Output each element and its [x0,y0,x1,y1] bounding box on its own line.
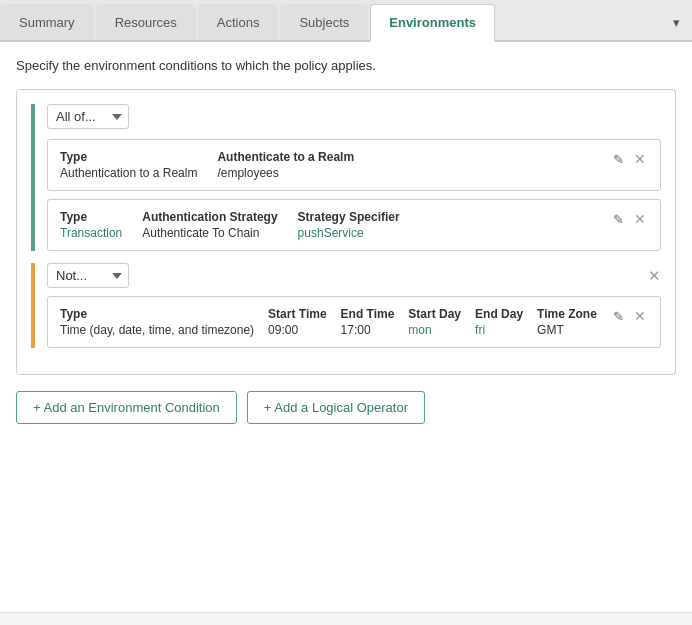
time-start-value: 09:00 [268,323,326,337]
card-2-specifier-group: Strategy Specifier pushService [298,210,400,240]
time-end-label: End Time [341,307,395,321]
footer-bar: Save Changes [0,612,692,625]
card-1-type-value: Authentication to a Realm [60,166,197,180]
time-end-value: 17:00 [341,323,395,337]
time-type-label: Type [60,307,254,321]
card-1-auth-value: /employees [217,166,354,180]
time-start-group: Start Time 09:00 [268,307,326,337]
bottom-buttons: + Add an Environment Condition + Add a L… [16,391,676,424]
time-row: Type Time (day, date, time, and timezone… [60,307,648,337]
time-tz-group: Time Zone GMT [537,307,597,337]
card-1-type-label: Type [60,150,197,164]
card-2-actions: ✎ ✕ [611,210,648,228]
tab-dropdown-icon[interactable]: ▾ [661,5,692,40]
time-type-group: Type Time (day, date, time, and timezone… [60,307,254,337]
operator-select-1[interactable]: All of... Any of... Not... [47,104,129,129]
time-startday-group: Start Day mon [408,307,461,337]
time-condition-card: Type Time (day, date, time, and timezone… [47,296,661,348]
time-card-edit-button[interactable]: ✎ [611,308,626,325]
add-operator-button[interactable]: + Add a Logical Operator [247,391,425,424]
card-2-strategy-value: Authenticate To Chain [142,226,277,240]
condition-group-2: Not... All of... Any of... ✕ Type Time (… [31,263,661,348]
time-start-label: Start Time [268,307,326,321]
card-1-auth-label: Authenticate to a Realm [217,150,354,164]
time-tz-value: GMT [537,323,597,337]
operator-row-1: All of... Any of... Not... [47,104,661,129]
card-2-type-label: Type [60,210,122,224]
time-end-group: End Time 17:00 [341,307,395,337]
group-2-header: Not... All of... Any of... ✕ [47,263,661,288]
card-2-strategy-label: Authentication Strategy [142,210,277,224]
card-2-header: Type Transaction Authentication Strategy… [60,210,648,240]
condition-card-2: Type Transaction Authentication Strategy… [47,199,661,251]
card-2-type-value: Transaction [60,226,122,240]
operator-select-2[interactable]: Not... All of... Any of... [47,263,129,288]
card-2-specifier-value: pushService [298,226,400,240]
time-card-actions: ✎ ✕ [611,307,648,325]
card-2-close-button[interactable]: ✕ [632,210,648,228]
add-condition-button[interactable]: + Add an Environment Condition [16,391,237,424]
time-startday-value: mon [408,323,461,337]
card-1-type-group: Type Authentication to a Realm [60,150,197,180]
card-2-edit-button[interactable]: ✎ [611,211,626,228]
tab-environments[interactable]: Environments [370,4,495,42]
description-text: Specify the environment conditions to wh… [16,58,676,73]
time-card-close-button[interactable]: ✕ [632,307,648,325]
main-content: Specify the environment conditions to wh… [0,42,692,612]
tab-bar: Summary Resources Actions Subjects Envir… [0,0,692,42]
time-startday-label: Start Day [408,307,461,321]
time-endday-group: End Day fri [475,307,523,337]
outer-panel: All of... Any of... Not... Type Authenti… [16,89,676,375]
time-endday-value: fri [475,323,523,337]
card-1-close-button[interactable]: ✕ [632,150,648,168]
card-1-fields: Type Authentication to a Realm Authentic… [60,150,601,180]
card-1-edit-button[interactable]: ✎ [611,151,626,168]
time-type-value: Time (day, date, time, and timezone) [60,323,254,337]
tab-subjects[interactable]: Subjects [280,4,368,40]
condition-group-1: All of... Any of... Not... Type Authenti… [31,104,661,251]
card-1-auth-group: Authenticate to a Realm /employees [217,150,354,180]
tab-actions[interactable]: Actions [198,4,279,40]
card-1-header: Type Authentication to a Realm Authentic… [60,150,648,180]
card-1-actions: ✎ ✕ [611,150,648,168]
card-2-fields: Type Transaction Authentication Strategy… [60,210,601,240]
card-2-strategy-group: Authentication Strategy Authenticate To … [142,210,277,240]
time-tz-label: Time Zone [537,307,597,321]
card-2-type-group: Type Transaction [60,210,122,240]
condition-card-1: Type Authentication to a Realm Authentic… [47,139,661,191]
time-fields: Type Time (day, date, time, and timezone… [60,307,601,337]
time-endday-label: End Day [475,307,523,321]
group-2-close-button[interactable]: ✕ [648,268,661,283]
card-2-specifier-label: Strategy Specifier [298,210,400,224]
tab-resources[interactable]: Resources [96,4,196,40]
tab-summary[interactable]: Summary [0,4,94,40]
